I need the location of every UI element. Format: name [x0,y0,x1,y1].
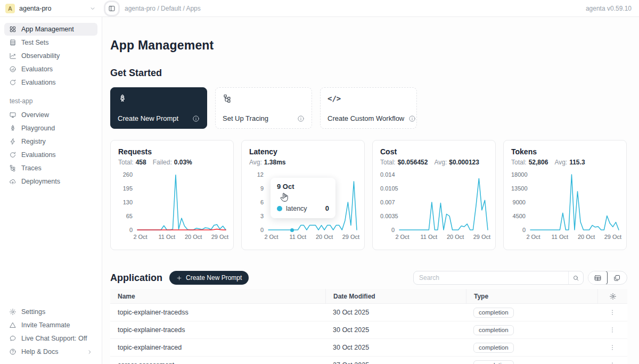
column-header-date-modified[interactable]: Date Modified [325,289,466,303]
tooltip-value: 0 [325,204,329,212]
create-new-prompt-button[interactable]: Create New Prompt [169,271,249,285]
breadcrumb: agenta-pro / Default / Apps [125,5,201,12]
sidebar-app-section-label: test-app [10,97,102,105]
info-icon [297,115,305,122]
chart-plot[interactable] [137,175,226,230]
type-badge: completion [473,360,514,364]
type-badge: completion [473,343,514,353]
chart-plot[interactable] [399,175,488,230]
sidebar-item-label: Traces [21,164,42,172]
sidebar-item-label: Invite Teammate [21,321,70,329]
card-label-row: Create New Prompt [118,114,200,122]
sidebar-item-app-management[interactable]: App Management [4,23,97,36]
row-menu-icon[interactable] [609,326,616,334]
plus-icon [176,275,182,281]
chart-body: 0.0140.01050.0070.003502 Oct11 Oct20 Oct… [380,175,488,241]
table-settings-icon[interactable] [609,293,617,300]
table-view-button[interactable] [588,271,608,285]
sidebar-item-registry[interactable]: Registry [4,135,97,148]
x-axis: 2 Oct11 Oct20 Oct29 Oct [137,234,226,241]
search-input[interactable] [414,274,568,282]
plot-column: 2 Oct11 Oct20 Oct29 Oct [137,175,226,241]
application-header: Application Create New Prompt [110,271,627,285]
get-started-card-create-new-prompt[interactable]: Create New Prompt [110,87,207,129]
cell-date-modified: 30 Oct 2025 [325,344,466,351]
rocket-icon [118,94,127,103]
type-badge: completion [473,325,514,335]
chart-plot[interactable] [530,175,619,230]
row-menu-icon[interactable] [609,344,616,351]
table-body: topic-explainer-tracedss30 Oct 2025compl… [110,304,627,364]
row-menu-icon[interactable] [609,361,616,364]
search-icon[interactable] [568,271,583,284]
column-header-name[interactable]: Name [110,289,325,303]
bolt-icon [9,138,17,145]
card-view-button[interactable] [607,271,627,284]
panel-left-icon [108,5,116,12]
workspace-selector[interactable]: A agenta-pro [0,4,102,13]
sidebar-item-test-sets[interactable]: Test Sets [4,36,97,49]
get-started-card-create-custom-workflow[interactable]: </>Create Custom Workflow [320,87,417,129]
metric-title: Requests [118,147,226,156]
y-tick: 13500 [511,185,530,192]
x-tick: 2 Oct [133,234,147,240]
sidebar-item-invite-teammate[interactable]: Invite Teammate [4,319,97,332]
card-label-row: Create Custom Workflow [327,114,409,122]
x-tick: 20 Oct [316,234,333,240]
table-row[interactable]: topic-explainer-tracedss30 Oct 2025compl… [110,304,627,321]
table-row[interactable]: topic-explainer-traceds30 Oct 2025comple… [110,321,627,339]
tooltip-date: 9 Oct [277,183,329,191]
sidebar-item-settings[interactable]: Settings [4,305,97,318]
table-header: NameDate ModifiedType [110,289,627,304]
sidebar-item-evaluations[interactable]: Evaluations [4,148,97,161]
card-label-row: Set Up Tracing [223,114,305,122]
sidebar-item-traces[interactable]: Traces [4,162,97,175]
cell-date-modified: 30 Oct 2025 [325,309,466,316]
sidebar-item-overview[interactable]: Overview [4,109,97,121]
code-icon: </> [327,94,337,103]
sidebar-item-evaluations[interactable]: Evaluations [4,76,97,89]
x-tick: 20 Oct [447,234,464,240]
metric-title: Cost [380,147,488,156]
series-tokens [530,175,619,230]
x-axis: 2 Oct11 Oct20 Oct29 Oct [268,234,357,241]
table-icon [9,39,17,46]
y-tick: 0 [380,227,399,233]
sidebar-item-help-docs[interactable]: Help & Docs [4,345,97,358]
create-button-label: Create New Prompt [186,274,242,282]
y-tick: 65 [118,213,137,219]
search-box [413,271,584,285]
hand-cursor-icon [279,192,290,203]
row-actions [597,326,627,334]
y-tick: 9 [249,185,268,192]
sidebar-item-label: Help & Docs [21,348,58,355]
y-tick: 6 [249,199,268,205]
sidebar-item-playground[interactable]: Playground [4,122,97,135]
sidebar-item-label: Evaluations [21,151,56,159]
sidebar-item-observability[interactable]: Observability [4,49,97,62]
sidebar-item-live-chat-support-off[interactable]: Live Chat Support: Off [4,332,97,345]
cell-type: completion [466,325,597,335]
row-menu-icon[interactable] [609,309,616,316]
sidebar-item-label: Live Chat Support: Off [21,335,87,342]
get-started-card-set-up-tracing[interactable]: Set Up Tracing [215,87,312,129]
table-row[interactable]: career-assessment27 Oct 2025completion [110,357,627,364]
info-icon [408,115,416,122]
sidebar-item-deployments[interactable]: Deployments [4,175,97,188]
y-tick: 0 [511,227,530,233]
column-header-type[interactable]: Type [466,289,597,303]
tree-icon [9,164,17,172]
stat-label: Avg: [249,159,262,166]
sidebar-toggle-button[interactable] [105,2,118,15]
series-requests [137,175,226,230]
table-row[interactable]: topic-explainer-traced30 Oct 2025complet… [110,339,627,357]
get-started-cards: Create New PromptSet Up Tracing</>Create… [110,87,627,129]
app-version: agenta v0.59.10 [586,5,632,12]
chevron-down-icon [89,5,96,12]
sidebar-item-evaluators[interactable]: Evaluators [4,63,97,76]
x-tick: 11 Oct [552,234,569,240]
metric-card-cost: CostTotal:$0.056452Avg:$0.0001230.0140.0… [372,140,496,250]
metrics-row: RequestsTotal:458Failed:0.03%26019513065… [110,140,627,250]
type-badge: completion [473,308,514,318]
x-tick: 2 Oct [395,234,409,240]
